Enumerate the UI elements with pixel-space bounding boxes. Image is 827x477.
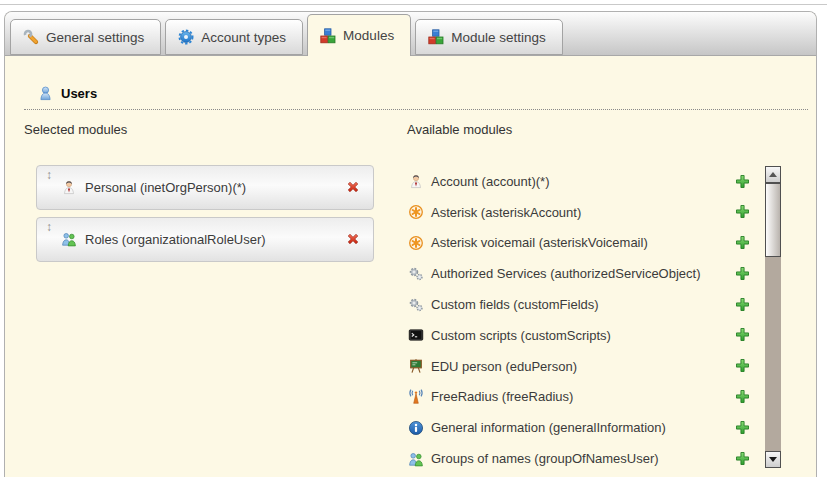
- tab-account-types[interactable]: Account types: [165, 19, 303, 55]
- available-modules-heading: Available modules: [407, 122, 512, 137]
- add-module-button[interactable]: [735, 204, 750, 219]
- add-module-button[interactable]: [735, 420, 750, 435]
- scroll-up-button[interactable]: [765, 166, 781, 183]
- available-module-row: EDU person (eduPerson): [408, 351, 757, 382]
- selected-module-item[interactable]: ↕ Personal (inetOrgPerson)(*): [36, 165, 374, 210]
- tab-module-settings[interactable]: Module settings: [415, 19, 563, 55]
- available-module-label: Custom fields (customFields): [431, 297, 599, 312]
- available-module-row: Authorized Services (authorizedServiceOb…: [408, 258, 757, 289]
- group-icon: [61, 231, 77, 247]
- plus-icon: [735, 235, 750, 250]
- selected-module-item[interactable]: ↕ Roles (organizationalRoleUser): [36, 217, 374, 262]
- user-icon: [38, 86, 53, 101]
- available-module-row: Groups of names (groupOfNamesUser): [408, 443, 757, 474]
- plus-icon: [735, 451, 750, 466]
- available-module-label: Asterisk (asteriskAccount): [431, 205, 581, 220]
- available-module-row: Asterisk voicemail (asteriskVoicemail): [408, 228, 757, 259]
- modules-icon: [320, 28, 336, 44]
- available-module-row: Custom scripts (customScripts): [408, 320, 757, 351]
- wrench-icon: [23, 29, 39, 45]
- delete-icon: [345, 231, 361, 247]
- asterisk-icon: [408, 235, 424, 251]
- triangle-down-icon: [769, 457, 777, 462]
- section-header: Users: [38, 86, 97, 101]
- top-divider: [0, 4, 827, 5]
- add-module-button[interactable]: [735, 389, 750, 404]
- plus-icon: [735, 327, 750, 342]
- add-module-button[interactable]: [735, 174, 750, 189]
- add-module-button[interactable]: [735, 358, 750, 373]
- available-module-label: Asterisk voicemail (asteriskVoicemail): [431, 235, 648, 250]
- move-handle-icon[interactable]: ↕: [46, 169, 52, 181]
- available-module-row: Account (account)(*): [408, 166, 757, 197]
- add-module-button[interactable]: [735, 235, 750, 250]
- triangle-up-icon: [769, 172, 777, 177]
- person-icon: [408, 173, 424, 189]
- group-icon: [408, 451, 424, 467]
- selected-module-label: Personal (inetOrgPerson)(*): [85, 166, 246, 209]
- plus-icon: [735, 297, 750, 312]
- configuration-panel: General settings Account types Modules M…: [4, 11, 817, 477]
- remove-module-button[interactable]: [345, 231, 361, 247]
- available-module-row: Custom fields (customFields): [408, 289, 757, 320]
- available-module-label: Authorized Services (authorizedServiceOb…: [431, 266, 701, 281]
- tab-list: General settings Account types Modules M…: [5, 12, 816, 55]
- available-module-label: General information (generalInformation): [431, 420, 666, 435]
- gears-icon: [408, 297, 424, 313]
- selected-modules-heading: Selected modules: [24, 122, 127, 137]
- available-modules-scrollbar[interactable]: [765, 166, 781, 468]
- plus-icon: [735, 266, 750, 281]
- person-icon: [61, 179, 77, 195]
- plus-icon: [735, 358, 750, 373]
- scrollbar-thumb[interactable]: [765, 183, 781, 257]
- add-module-button[interactable]: [735, 451, 750, 466]
- available-module-row: FreeRadius (freeRadius): [408, 382, 757, 413]
- available-module-label: FreeRadius (freeRadius): [431, 389, 573, 404]
- modules-icon: [428, 29, 444, 45]
- info-icon: [408, 420, 424, 436]
- move-handle-icon[interactable]: ↕: [46, 221, 52, 233]
- asterisk-icon: [408, 204, 424, 220]
- tab-bar: General settings Account types Modules M…: [5, 12, 816, 56]
- gear-icon: [178, 29, 194, 45]
- selected-module-label: Roles (organizationalRoleUser): [85, 218, 266, 261]
- available-modules-list: Account (account)(*) Asterisk (asteriskA…: [408, 166, 757, 474]
- available-module-label: Account (account)(*): [431, 174, 550, 189]
- scroll-down-button[interactable]: [765, 451, 781, 468]
- available-module-label: EDU person (eduPerson): [431, 359, 577, 374]
- available-module-row: General information (generalInformation): [408, 412, 757, 443]
- add-module-button[interactable]: [735, 266, 750, 281]
- antenna-icon: [408, 389, 424, 405]
- available-module-label: Custom scripts (customScripts): [431, 328, 611, 343]
- gears-icon: [408, 266, 424, 282]
- add-module-button[interactable]: [735, 297, 750, 312]
- plus-icon: [735, 174, 750, 189]
- available-module-label: Groups of names (groupOfNamesUser): [431, 451, 659, 466]
- section-title: Users: [61, 86, 97, 101]
- remove-module-button[interactable]: [345, 179, 361, 195]
- delete-icon: [345, 179, 361, 195]
- add-module-button[interactable]: [735, 327, 750, 342]
- selected-modules-list: ↕ Personal (inetOrgPerson)(*) ↕ Roles (o…: [36, 165, 374, 262]
- plus-icon: [735, 204, 750, 219]
- section-divider: [24, 109, 808, 110]
- plus-icon: [735, 389, 750, 404]
- terminal-icon: [408, 327, 424, 343]
- board-icon: [408, 358, 424, 374]
- available-module-row: Asterisk (asteriskAccount): [408, 197, 757, 228]
- plus-icon: [735, 420, 750, 435]
- tab-modules[interactable]: Modules: [307, 14, 411, 56]
- tab-general-settings[interactable]: General settings: [10, 19, 161, 55]
